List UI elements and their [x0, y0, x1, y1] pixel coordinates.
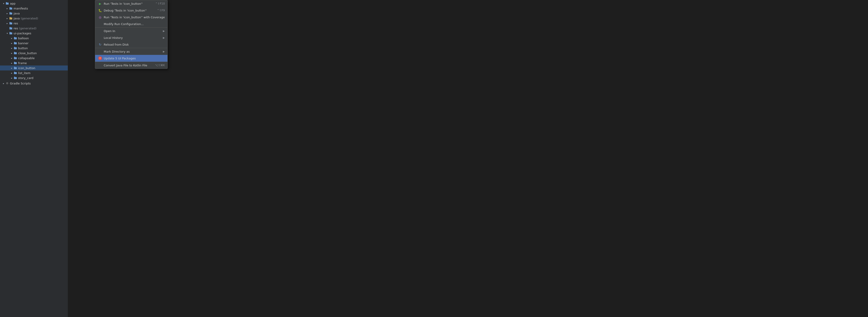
menu-item-modify-run-label: Modify Run Configuration... [104, 22, 165, 26]
tree-item-icon-button[interactable]: icon_button [0, 66, 68, 70]
tree-item-button[interactable]: button [0, 46, 68, 50]
folder-icon-banner [13, 41, 17, 45]
folder-icon-story-card [13, 76, 17, 80]
folder-icon-close-button [13, 51, 17, 55]
menu-item-update-ui-packages-label: Update 5 UI Packages [104, 57, 165, 60]
arrow-close-button [10, 51, 13, 55]
tree-item-java-generated[interactable]: java (generated) [0, 16, 68, 21]
update-icon: ↑ [98, 56, 102, 61]
svg-rect-25 [14, 62, 15, 63]
svg-rect-11 [9, 27, 11, 28]
tree-item-java[interactable]: java [0, 11, 68, 16]
tree-item-collapsable[interactable]: collapsable [0, 56, 68, 61]
svg-rect-2 [9, 8, 12, 10]
tree-item-frame[interactable]: frame [0, 61, 68, 66]
menu-item-modify-run[interactable]: Modify Run Configuration... [95, 21, 167, 27]
tree-item-res[interactable]: res [0, 21, 68, 26]
tree-item-java-generated-label: java (generated) [13, 17, 38, 20]
arrow-collapsable [10, 56, 13, 60]
local-history-submenu-arrow: ▶ [163, 36, 165, 39]
menu-item-reload-disk-label: Reload from Disk [104, 43, 165, 46]
menu-item-debug-tests-label: Debug 'Tests in 'icon_button'' [104, 9, 153, 12]
svg-rect-13 [9, 32, 11, 33]
tree-item-icon-button-label: icon_button [18, 66, 35, 70]
folder-icon-java [9, 11, 13, 15]
tree-item-ui-packages-label: ui-packages [13, 32, 31, 35]
folder-icon-res [9, 22, 13, 25]
run-icon: ▶ [98, 1, 102, 6]
tree-item-frame-label: frame [18, 61, 27, 65]
svg-rect-19 [14, 47, 15, 48]
svg-rect-29 [14, 72, 15, 72]
folder-icon-manifests [9, 6, 13, 10]
svg-rect-17 [14, 42, 15, 43]
svg-rect-18 [14, 47, 17, 49]
tree-item-balloon-label: balloon [18, 37, 29, 40]
menu-item-open-in[interactable]: Open In ▶ [95, 27, 167, 34]
menu-item-run-coverage-label: Run 'Tests in 'icon_button'' with Covera… [104, 15, 165, 19]
menu-item-run-tests-shortcut: ⌃⇧F10 [155, 2, 165, 5]
svg-rect-0 [6, 3, 8, 5]
tree-item-banner[interactable]: banner [0, 41, 68, 46]
arrow-frame [10, 61, 13, 65]
tree-item-manifests[interactable]: manifests [0, 6, 68, 11]
menu-item-run-tests[interactable]: ▶ Run 'Tests in 'icon_button'' ⌃⇧F10 [95, 0, 167, 7]
tree-item-banner-label: banner [18, 41, 29, 45]
tree-item-list-item-label: list_item [18, 71, 31, 75]
svg-rect-4 [9, 13, 12, 15]
arrow-java-generated [5, 16, 9, 20]
menu-item-convert-java-label: Convert Java File to Kotlin File [104, 64, 151, 67]
menu-item-debug-tests[interactable]: 🐛 Debug 'Tests in 'icon_button'' ⌃⇧F9 [95, 7, 167, 14]
arrow-gradle-scripts [2, 81, 5, 85]
folder-icon-ui-packages [9, 31, 13, 35]
coverage-icon: ◎ [98, 15, 102, 20]
tree-item-manifests-label: manifests [13, 7, 28, 10]
arrow-res [5, 22, 9, 25]
tree-item-app[interactable]: app [0, 1, 68, 6]
folder-icon-button [13, 46, 17, 50]
svg-rect-24 [14, 62, 17, 64]
tree-item-story-card[interactable]: story_card [0, 75, 68, 80]
tree-item-gradle-scripts[interactable]: ⚙ Gradle Scripts [0, 81, 68, 86]
svg-rect-30 [14, 77, 17, 79]
convert-java-icon [98, 63, 102, 68]
svg-rect-20 [14, 52, 17, 55]
tree-item-app-label: app [10, 2, 16, 5]
menu-item-local-history[interactable]: Local History ▶ [95, 34, 167, 41]
svg-rect-26 [14, 67, 17, 69]
svg-rect-9 [9, 22, 11, 23]
svg-rect-21 [14, 52, 15, 52]
menu-item-mark-directory-label: Mark Directory as [104, 50, 161, 53]
svg-rect-7 [9, 17, 11, 18]
file-tree[interactable]: app manifests java [0, 0, 68, 317]
reload-icon: ↻ [98, 42, 102, 47]
folder-icon-app [5, 2, 9, 5]
tree-item-java-label: java [13, 12, 20, 15]
tree-item-res-generated[interactable]: res (generated) [0, 26, 68, 31]
tree-item-close-button[interactable]: close_button [0, 50, 68, 56]
menu-item-update-ui-packages[interactable]: ↑ Update 5 UI Packages [95, 55, 167, 62]
menu-item-mark-directory[interactable]: Mark Directory as ▶ [95, 48, 167, 55]
svg-rect-8 [9, 23, 12, 25]
tree-item-ui-packages[interactable]: ui-packages [0, 31, 68, 36]
tree-item-close-button-label: close_button [18, 51, 37, 55]
menu-item-run-tests-label: Run 'Tests in 'icon_button'' [104, 2, 151, 5]
svg-rect-15 [14, 37, 15, 38]
folder-icon-frame [13, 61, 17, 65]
folder-icon-java-generated [9, 16, 13, 20]
svg-rect-22 [14, 57, 17, 59]
menu-item-run-coverage[interactable]: ◎ Run 'Tests in 'icon_button'' with Cove… [95, 14, 167, 21]
tree-item-list-item[interactable]: list_item [0, 70, 68, 75]
menu-item-debug-tests-shortcut: ⌃⇧F9 [157, 9, 165, 12]
arrow-balloon [10, 36, 13, 40]
tree-item-balloon[interactable]: balloon [0, 36, 68, 41]
folder-icon-collapsable [13, 56, 17, 60]
folder-icon-icon-button [13, 66, 17, 70]
arrow-banner [10, 41, 13, 45]
menu-item-convert-java[interactable]: Convert Java File to Kotlin File ⌥⇧⌘K [95, 62, 167, 69]
folder-icon-list-item [13, 71, 17, 75]
arrow-icon-button [10, 66, 13, 70]
svg-rect-31 [14, 77, 15, 77]
open-in-submenu-arrow: ▶ [163, 30, 165, 33]
menu-item-reload-disk[interactable]: ↻ Reload from Disk [95, 41, 167, 48]
